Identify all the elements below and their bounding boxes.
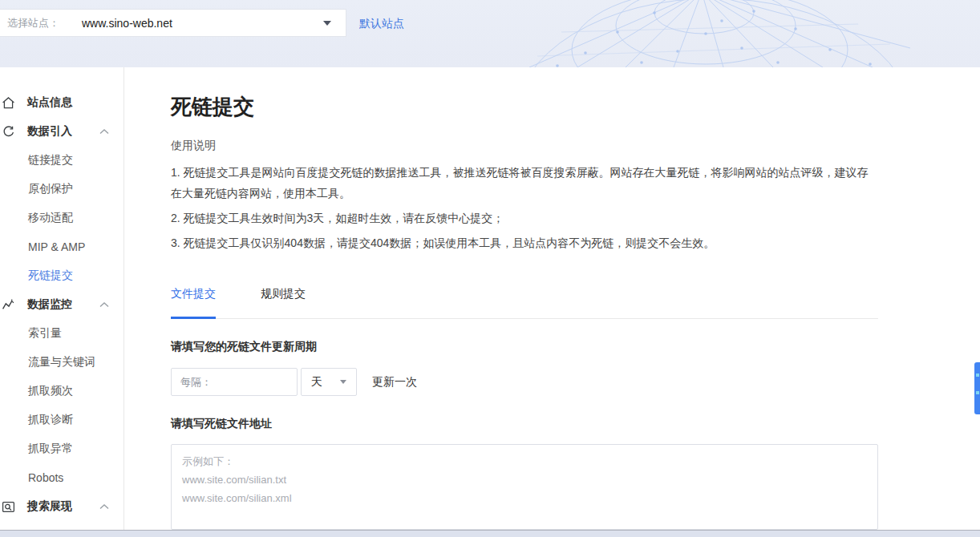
chevron-up-icon (99, 504, 109, 510)
sidebar-group-search-display[interactable]: 搜索展现 (0, 492, 124, 521)
unit-select-value: 天 (311, 375, 322, 390)
unit-select[interactable]: 天 (301, 368, 357, 396)
update-cycle-row: 天 更新一次 (171, 368, 980, 396)
instructions-list: 1. 死链提交工具是网站向百度提交死链的数据推送工具，被推送死链将被百度搜索屏蔽… (171, 162, 878, 253)
site-selector-value: www.sino-web.net (82, 17, 172, 30)
tab-rule-submit[interactable]: 规则提交 (261, 287, 306, 319)
sidebar-item-site-info[interactable]: 站点信息 (0, 88, 124, 117)
sidebar-item-index-volume[interactable]: 索引量 (0, 319, 124, 348)
import-icon (2, 125, 16, 139)
sidebar-item-robots[interactable]: Robots (0, 463, 124, 492)
page-title: 死链提交 (171, 93, 980, 121)
main-content: 死链提交 使用说明 1. 死链提交工具是网站向百度提交死链的数据推送工具，被推送… (124, 67, 980, 537)
feedback-side-tab[interactable] (974, 362, 980, 414)
sidebar-nav: 站点信息 数据引入 链接提交 原创保护 移动适配 MIP & AMP 死链提交 (0, 67, 124, 537)
search-display-icon (2, 500, 16, 514)
horizontal-scrollbar[interactable] (0, 530, 980, 537)
chevron-up-icon (99, 302, 109, 308)
tab-bar: 文件提交 规则提交 (171, 287, 878, 319)
interval-input[interactable] (171, 368, 298, 396)
default-site-link[interactable]: 默认站点 (359, 17, 404, 31)
address-heading: 请填写死链文件地址 (171, 417, 980, 431)
chevron-down-icon (340, 380, 346, 384)
sidebar-group-data-import[interactable]: 数据引入 (0, 117, 124, 146)
update-suffix-label: 更新一次 (372, 375, 417, 390)
tab-file-submit[interactable]: 文件提交 (171, 287, 216, 319)
home-icon (2, 96, 16, 110)
sidebar-item-traffic-keywords[interactable]: 流量与关键词 (0, 348, 124, 377)
top-banner: 选择站点： www.sino-web.net 默认站点 (0, 0, 980, 67)
sidebar-item-original-protect[interactable]: 原创保护 (0, 175, 124, 204)
feedback-tab-mark (976, 373, 979, 377)
sidebar-item-crawl-frequency[interactable]: 抓取频次 (0, 377, 124, 406)
sidebar-group-data-monitor[interactable]: 数据监控 (0, 290, 124, 319)
horizontal-scrollbar-thumb[interactable] (0, 531, 980, 537)
site-selector-label: 选择站点： (7, 16, 59, 30)
wireframe-globe-graphic (513, 0, 930, 67)
instruction-item: 1. 死链提交工具是网站向百度提交死链的数据推送工具，被推送死链将被百度搜索屏蔽… (171, 162, 878, 204)
chevron-down-icon (323, 21, 331, 26)
feedback-tab-mark (976, 391, 979, 394)
chevron-up-icon (99, 129, 109, 135)
instructions-title: 使用说明 (171, 139, 980, 153)
sidebar-item-mobile-adapt[interactable]: 移动适配 (0, 204, 124, 232)
instruction-item: 3. 死链提交工具仅识别404数据，请提交404数据；如误使用本工具，且站点内容… (171, 232, 878, 253)
sidebar-item-dead-link-submit[interactable]: 死链提交 (0, 261, 124, 290)
monitor-chart-icon (2, 298, 16, 312)
sidebar-item-crawl-diagnosis[interactable]: 抓取诊断 (0, 406, 124, 434)
sidebar-item-crawl-errors[interactable]: 抓取异常 (0, 434, 124, 463)
instruction-item: 2. 死链提交工具生效时间为3天，如超时生效，请在反馈中心提交； (171, 208, 878, 228)
cycle-heading: 请填写您的死链文件更新周期 (171, 340, 980, 354)
sidebar-item-link-submit[interactable]: 链接提交 (0, 146, 124, 175)
dead-link-file-textarea[interactable] (171, 444, 878, 530)
site-selector-dropdown[interactable]: 选择站点： www.sino-web.net (0, 9, 346, 37)
sidebar-item-mip-amp[interactable]: MIP & AMP (0, 232, 124, 261)
